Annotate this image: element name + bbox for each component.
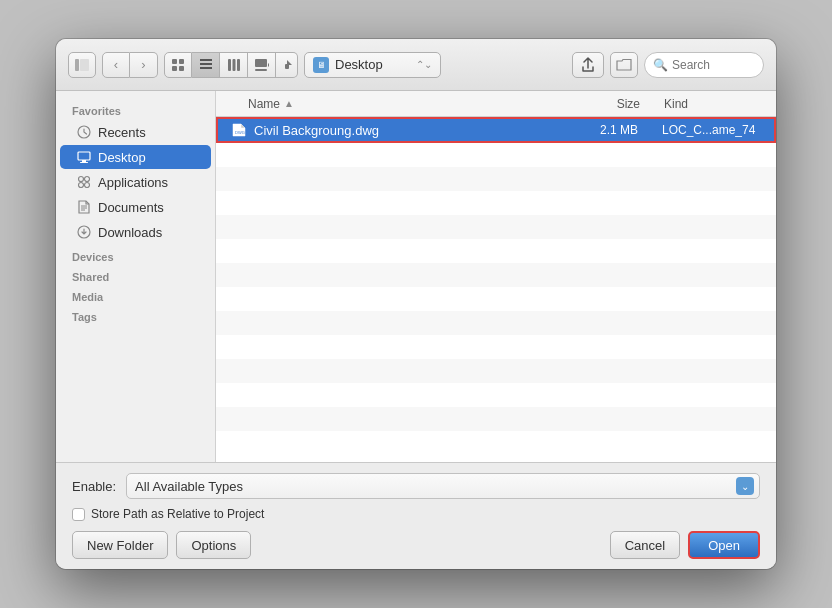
tags-section-label: Tags (56, 305, 215, 325)
svg-rect-20 (80, 162, 88, 163)
gallery-view-button[interactable] (248, 52, 276, 78)
empty-row (216, 239, 776, 263)
sidebar-item-downloads[interactable]: Downloads (60, 220, 211, 244)
svg-rect-1 (80, 59, 89, 71)
enable-select[interactable]: All Available Types (126, 473, 760, 499)
location-label: Desktop (335, 57, 410, 72)
open-button[interactable]: Open (688, 531, 760, 559)
svg-rect-6 (200, 59, 212, 61)
svg-rect-19 (82, 160, 86, 162)
share-view-button[interactable] (276, 52, 298, 78)
view-group (164, 52, 298, 78)
svg-rect-11 (237, 59, 240, 71)
sort-indicator: ▲ (284, 98, 294, 109)
new-folder-button[interactable]: New Folder (72, 531, 168, 559)
file-list: DWG Civil Backgroung.dwg 2.1 MB LOC_C...… (216, 117, 776, 462)
desktop-icon (76, 149, 92, 165)
file-area: Name ▲ Size Kind (216, 91, 776, 462)
empty-row (216, 143, 776, 167)
svg-rect-9 (228, 59, 231, 71)
kind-column-header[interactable]: Kind (656, 97, 776, 111)
svg-point-23 (79, 183, 84, 188)
enable-row: Enable: All Available Types ⌄ (72, 473, 760, 499)
relative-path-checkbox[interactable] (72, 508, 85, 521)
svg-rect-18 (78, 152, 90, 160)
table-row[interactable]: DWG Civil Backgroung.dwg 2.1 MB LOC_C...… (216, 117, 776, 143)
main-area: Favorites Recents Desktop Applications (56, 91, 776, 462)
file-size: 2.1 MB (554, 123, 654, 137)
share-button[interactable] (572, 52, 604, 78)
applications-label: Applications (98, 175, 168, 190)
sidebar-item-recents[interactable]: Recents (60, 120, 211, 144)
nav-group: ‹ › (102, 52, 158, 78)
sidebar-toggle-button[interactable] (68, 52, 96, 78)
relative-path-label: Store Path as Relative to Project (91, 507, 264, 521)
empty-row (216, 215, 776, 239)
name-column-header[interactable]: Name ▲ (216, 97, 556, 111)
media-section-label: Media (56, 285, 215, 305)
size-column-header[interactable]: Size (556, 97, 656, 111)
bottom-area: Enable: All Available Types ⌄ Store Path… (56, 462, 776, 569)
svg-rect-3 (179, 59, 184, 64)
cancel-button[interactable]: Cancel (610, 531, 680, 559)
empty-row (216, 191, 776, 215)
toolbar: ‹ › 🖥 Desktop ⌃⌄ (56, 39, 776, 91)
documents-label: Documents (98, 200, 164, 215)
empty-row (216, 263, 776, 287)
column-view-button[interactable] (220, 52, 248, 78)
file-kind: LOC_C...ame_74 (654, 123, 774, 137)
search-input[interactable] (672, 58, 752, 72)
svg-rect-12 (255, 59, 267, 67)
back-button[interactable]: ‹ (102, 52, 130, 78)
forward-button[interactable]: › (130, 52, 158, 78)
file-icon: DWG (230, 121, 248, 139)
desktop-label: Desktop (98, 150, 146, 165)
shared-section-label: Shared (56, 265, 215, 285)
search-icon: 🔍 (653, 58, 668, 72)
location-icon: 🖥 (313, 57, 329, 73)
checkbox-row: Store Path as Relative to Project (72, 507, 760, 521)
svg-rect-13 (255, 69, 267, 71)
svg-point-21 (79, 177, 84, 182)
file-name-cell: DWG Civil Backgroung.dwg (218, 121, 554, 139)
svg-rect-8 (200, 67, 212, 69)
empty-row (216, 167, 776, 191)
svg-point-24 (85, 183, 90, 188)
svg-text:DWG: DWG (235, 130, 245, 135)
options-button[interactable]: Options (176, 531, 251, 559)
location-bar[interactable]: 🖥 Desktop ⌃⌄ (304, 52, 441, 78)
svg-rect-10 (232, 59, 235, 71)
empty-row (216, 383, 776, 407)
sidebar-item-desktop[interactable]: Desktop (60, 145, 211, 169)
svg-rect-16 (285, 64, 289, 69)
downloads-icon (76, 224, 92, 240)
svg-rect-2 (172, 59, 177, 64)
empty-row (216, 407, 776, 431)
empty-row (216, 359, 776, 383)
empty-row (216, 311, 776, 335)
button-row: New Folder Options Cancel Open (72, 531, 760, 559)
enable-select-wrapper: All Available Types ⌄ (126, 473, 760, 499)
empty-row (216, 287, 776, 311)
list-view-button[interactable] (192, 52, 220, 78)
documents-icon (76, 199, 92, 215)
recents-icon (76, 124, 92, 140)
new-folder-toolbar-button[interactable] (610, 52, 638, 78)
svg-point-22 (85, 177, 90, 182)
empty-row (216, 335, 776, 359)
file-name: Civil Backgroung.dwg (254, 123, 379, 138)
sidebar: Favorites Recents Desktop Applications (56, 91, 216, 462)
search-box[interactable]: 🔍 (644, 52, 764, 78)
file-dialog: ‹ › 🖥 Desktop ⌃⌄ (56, 39, 776, 569)
location-chevron-icon: ⌃⌄ (416, 59, 432, 70)
sidebar-item-applications[interactable]: Applications (60, 170, 211, 194)
svg-rect-0 (75, 59, 79, 71)
applications-icon (76, 174, 92, 190)
sidebar-item-documents[interactable]: Documents (60, 195, 211, 219)
downloads-label: Downloads (98, 225, 162, 240)
svg-marker-14 (268, 63, 269, 67)
svg-rect-7 (200, 63, 212, 65)
devices-section-label: Devices (56, 245, 215, 265)
svg-rect-5 (179, 66, 184, 71)
icon-view-button[interactable] (164, 52, 192, 78)
